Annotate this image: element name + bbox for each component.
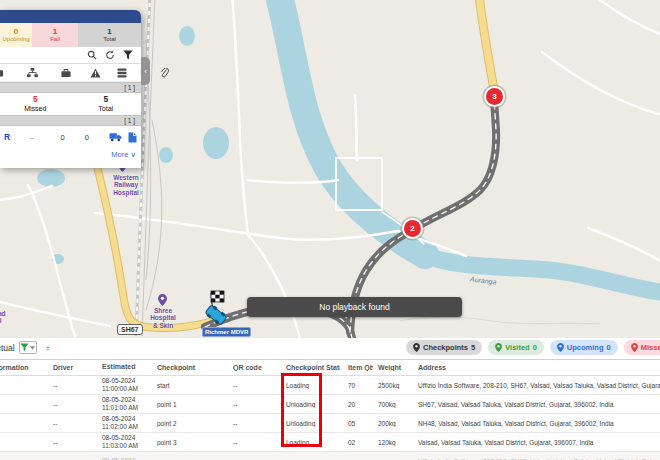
table-row[interactable]: -- 08-05-2024 11:01:00 AM point 1 -- Unl… — [0, 395, 660, 414]
list-icon[interactable] — [117, 68, 127, 78]
vehicle-name-fragment[interactable]: R — [4, 132, 29, 142]
document-icon[interactable] — [128, 132, 137, 143]
stepper-control[interactable]: ▴▾ — [47, 345, 49, 351]
checkpoint-counters: 5 Missed 5 Total — [0, 93, 141, 115]
checkpoint-filter-pills: Checkpoints 5 Visited 0 Upcoming 0 Misse… — [406, 340, 660, 355]
pin-icon — [557, 343, 564, 352]
col-estimated: Estimated — [95, 363, 153, 372]
truck-icon[interactable] — [109, 132, 122, 142]
map-label-hospital-1: Western Railway Hospital — [100, 174, 152, 196]
vehicle-name-label[interactable]: Richmer MDVR — [202, 327, 251, 337]
annotation-highlight-box — [281, 373, 322, 447]
checkpoint-detail-section: Actual ▴▾ Checkpoints 5 Visited 0 — [0, 338, 660, 460]
map-label-edge-fragment: ad il — [0, 310, 10, 325]
road-ref-badge: SH67 — [117, 324, 143, 335]
refresh-icon[interactable] — [105, 50, 115, 60]
vehicle-value-1: 0 — [60, 133, 84, 142]
chevron-left-icon: ‹ — [144, 67, 147, 76]
col-checkpoint: Checkpoint — [153, 364, 228, 371]
pin-icon — [413, 343, 420, 352]
visited-pill[interactable]: Visited 0 — [488, 340, 544, 355]
warning-icon[interactable] — [90, 68, 101, 78]
status-summary: 0 Upcoming 1 Fail 1 Total — [0, 23, 141, 47]
col-driver: Driver — [45, 364, 95, 371]
map-label-hospital-2: Shree Hospital & Skin — [138, 307, 188, 329]
actual-filter-label: Actual — [0, 343, 15, 353]
col-weight: Weight — [373, 364, 413, 371]
col-information: Information — [0, 364, 45, 371]
stat-upcoming[interactable]: 0 Upcoming — [0, 23, 32, 47]
chevron-down-icon: ∨ — [131, 150, 137, 159]
vehicle-value-2: 0 — [85, 133, 109, 142]
green-filter-dropdown[interactable] — [19, 341, 37, 354]
upcoming-pill[interactable]: Upcoming 0 — [550, 340, 618, 355]
panel-header-bar — [0, 10, 141, 23]
app-window: Western Railway Hospital Shree Hospital … — [0, 0, 660, 460]
counter-missed[interactable]: 5 Missed — [0, 93, 71, 115]
group-badge-row-1[interactable]: [ 1 ] — [0, 82, 141, 93]
briefcase-icon[interactable] — [61, 68, 71, 78]
search-icon[interactable] — [87, 50, 97, 60]
table-toolbar: Actual ▴▾ Checkpoints 5 Visited 0 — [0, 338, 660, 360]
counter-total[interactable]: 5 Total — [71, 93, 142, 115]
checkpoint-marker-2[interactable]: 2 — [404, 220, 421, 237]
col-address: Address — [413, 364, 660, 371]
group-badge-row-2[interactable]: [ 1 ] — [0, 115, 141, 126]
col-qr-code: QR code — [228, 364, 280, 371]
partial-icon[interactable] — [0, 68, 4, 78]
pin-icon — [495, 343, 502, 352]
filter-icon[interactable] — [123, 50, 133, 60]
paperclip-icon[interactable] — [160, 68, 169, 78]
checkpoint-table: Information Driver Estimated Checkpoint … — [0, 360, 660, 460]
playback-toast: No playback found — [247, 297, 462, 317]
col-checkpoint-state: Checkpoint State — [280, 364, 340, 371]
col-item-qty: Item Qty — [340, 364, 373, 371]
vehicle-list-panel: 0 Upcoming 1 Fail 1 Total — [0, 10, 141, 168]
more-link[interactable]: More ∨ — [111, 150, 136, 159]
stat-total[interactable]: 1 Total — [78, 23, 141, 47]
table-row[interactable]: 08-05-2024 - Uffizio India Software, 208… — [0, 452, 660, 460]
panel-collapse-handle[interactable]: ‹ — [141, 57, 150, 85]
table-header-row: Information Driver Estimated Checkpoint … — [0, 360, 660, 376]
missed-pill[interactable]: Missed 5 — [624, 340, 660, 355]
vehicle-driver-value: -- — [29, 133, 60, 142]
table-row[interactable]: -- 08-05-2024 11:00:00 AM start -- Loadi… — [0, 376, 660, 395]
table-row[interactable]: -- 08-05-2024 11:02:00 AM point 2 -- Unl… — [0, 414, 660, 433]
panel-search-row — [0, 47, 141, 64]
table-row[interactable]: -- 08-05-2024 11:03:00 AM point 3 -- Loa… — [0, 433, 660, 452]
pin-icon — [631, 343, 638, 352]
sitemap-icon[interactable] — [27, 68, 38, 78]
checkpoints-pill[interactable]: Checkpoints 5 — [406, 340, 482, 355]
panel-tool-icons — [0, 64, 141, 82]
vehicle-row[interactable]: R -- 0 0 More ∨ — [0, 126, 141, 170]
green-funnel-icon — [20, 343, 29, 352]
stat-fail[interactable]: 1 Fail — [32, 23, 78, 47]
checkpoint-marker-3[interactable]: 3 — [486, 88, 503, 105]
